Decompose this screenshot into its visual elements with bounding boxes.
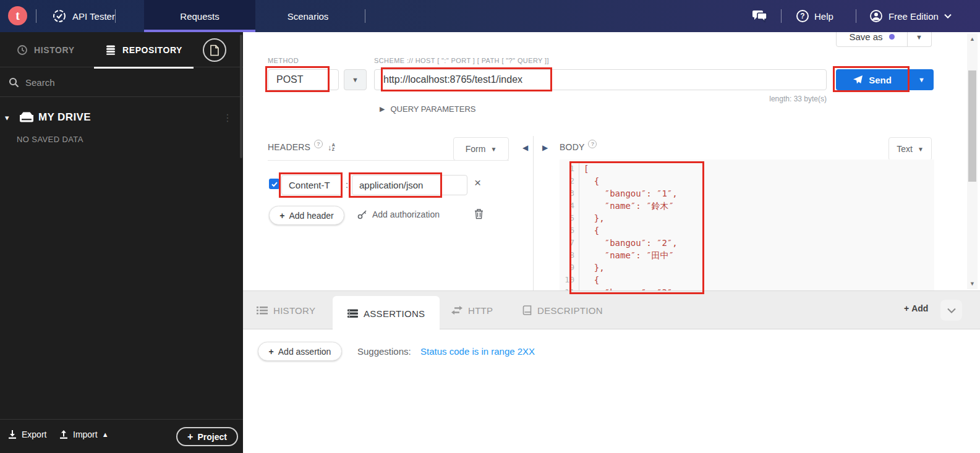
upload-icon xyxy=(59,430,69,439)
no-saved-data-label: NO SAVED DATA xyxy=(17,135,83,144)
chevron-down-icon xyxy=(944,14,952,19)
talend-logo[interactable]: t xyxy=(8,6,27,25)
app-name-label: API Tester xyxy=(72,11,115,22)
code-text: ″bangou″: ″3″ xyxy=(579,286,672,290)
headers-mode-select[interactable]: Form ▼ xyxy=(453,137,509,161)
save-as-label: Save as xyxy=(849,32,882,42)
import-button[interactable]: Import ▲ xyxy=(59,430,109,439)
tab-scenarios[interactable]: Scenarios xyxy=(279,0,336,32)
key-icon xyxy=(357,210,367,219)
header-value-input[interactable] xyxy=(352,175,467,195)
suggestions-label: Suggestions: xyxy=(357,346,411,357)
query-parameters-label: QUERY PARAMETERS xyxy=(390,104,475,114)
download-icon xyxy=(7,430,17,439)
unsaved-dot-icon xyxy=(889,34,895,40)
body-help-icon[interactable]: ? xyxy=(588,140,597,148)
sort-az-icon[interactable]: ↓AZ xyxy=(328,143,335,152)
add-project-button[interactable]: + Project xyxy=(176,427,238,446)
code-line: 2 { xyxy=(560,175,934,187)
new-document-button[interactable] xyxy=(203,38,226,62)
code-text: }, xyxy=(579,261,605,274)
code-line: 5 }, xyxy=(560,212,934,224)
query-parameters-toggle[interactable]: ▶ QUERY PARAMETERS xyxy=(380,104,475,114)
code-text: ″bangou″: ″2″, xyxy=(579,237,678,249)
line-number: 9 xyxy=(560,261,579,274)
send-label: Send xyxy=(869,75,892,85)
method-value: POST xyxy=(276,74,304,85)
add-authorization-button[interactable]: Add authorization xyxy=(357,210,440,219)
add-panel-button[interactable]: + Add xyxy=(904,303,928,313)
save-as-dropdown-button[interactable]: ▼ xyxy=(907,32,932,47)
scroll-up-icon[interactable]: ▲ xyxy=(967,36,978,42)
body-mode-select[interactable]: Text ▼ xyxy=(888,137,932,161)
suggestion-link[interactable]: Status code is in range 2XX xyxy=(420,346,535,357)
triangle-right-icon: ▶ xyxy=(380,105,385,113)
import-label: Import xyxy=(73,430,98,439)
caret-up-icon: ▲ xyxy=(102,431,109,438)
nav-divider xyxy=(36,9,36,23)
remove-header-icon[interactable]: × xyxy=(474,177,481,188)
caret-down-icon[interactable]: ▾ xyxy=(5,113,9,122)
tab-description-label: DESCRIPTION xyxy=(537,305,603,316)
send-button[interactable]: Send xyxy=(836,69,908,90)
sidebar-tab-repository[interactable]: REPOSITORY xyxy=(105,32,182,67)
send-dropdown-button[interactable]: ▼ xyxy=(910,69,934,90)
scroll-down-icon[interactable]: ▼ xyxy=(967,281,978,287)
code-text: { xyxy=(579,175,599,187)
sidebar-search-row xyxy=(0,68,243,97)
export-button[interactable]: Export xyxy=(7,430,46,439)
collapse-headers-icon[interactable]: ◀ xyxy=(522,143,528,152)
tab-scenarios-label: Scenarios xyxy=(288,11,329,22)
tab-description[interactable]: DESCRIPTION xyxy=(522,291,603,329)
scrollbar-thumb[interactable] xyxy=(968,70,976,182)
expand-body-icon[interactable]: ▶ xyxy=(542,143,548,152)
body-code-editor[interactable]: 1[ 2 { 3 ″bangou″: ″1″, 4 ″name″: ″鈴木″ 5… xyxy=(560,159,934,290)
tab-http[interactable]: HTTP xyxy=(451,291,493,329)
code-line: 9 }, xyxy=(560,261,934,274)
trash-icon[interactable] xyxy=(474,208,484,219)
collapse-panel-button[interactable] xyxy=(940,300,962,321)
feedback-chat-button[interactable] xyxy=(752,0,768,32)
nav-divider xyxy=(781,9,782,23)
header-enabled-checkbox[interactable] xyxy=(269,179,279,189)
kebab-menu-icon[interactable]: ⋮ xyxy=(223,112,232,124)
main-scrollbar[interactable]: ▲ ▼ xyxy=(967,33,978,289)
code-line: 8 ″name″: ″田中″ xyxy=(560,249,934,261)
headers-help-icon[interactable]: ? xyxy=(314,140,323,148)
add-assertion-button[interactable]: + Add assertion xyxy=(258,342,342,361)
sidebar-tab-repository-label: REPOSITORY xyxy=(122,45,182,55)
tab-assertions[interactable]: ASSERTIONS xyxy=(333,296,440,331)
tab-requests-label: Requests xyxy=(180,11,219,22)
url-input[interactable] xyxy=(374,69,827,90)
header-name-input[interactable] xyxy=(281,175,342,195)
tab-history-bottom[interactable]: HISTORY xyxy=(257,291,315,329)
tab-requests[interactable]: Requests xyxy=(144,0,255,32)
account-menu[interactable]: Free Edition xyxy=(869,0,952,32)
search-input[interactable] xyxy=(25,77,211,88)
nav-divider xyxy=(856,9,856,23)
top-navbar: t API Tester Requests Scenarios xyxy=(0,0,980,32)
clock-icon xyxy=(17,44,28,56)
headers-divider xyxy=(268,160,509,161)
headers-section-title: HEADERS ? ↓AZ xyxy=(268,142,335,152)
method-dropdown-button[interactable]: ▼ xyxy=(344,69,367,90)
add-header-button[interactable]: + Add header xyxy=(269,206,344,225)
add-assertion-label: Add assertion xyxy=(278,347,331,357)
code-text: }, xyxy=(579,212,605,224)
code-text: [ xyxy=(579,163,589,175)
arrows-exchange-icon xyxy=(451,306,462,315)
tab-assertions-label: ASSERTIONS xyxy=(364,308,425,319)
edition-label: Free Edition xyxy=(888,11,939,22)
sidebar-tab-history[interactable]: HISTORY xyxy=(17,32,75,67)
sidebar-scrollbar[interactable] xyxy=(240,35,242,158)
search-icon xyxy=(9,77,19,88)
code-line: 4 ″name″: ″鈴木″ xyxy=(560,200,934,212)
logo-letter: t xyxy=(15,9,20,23)
code-line: 10 { xyxy=(560,274,934,286)
help-button[interactable]: ? Help xyxy=(796,0,833,32)
save-as-button[interactable]: Save as xyxy=(836,32,908,47)
method-select[interactable]: POST xyxy=(268,69,339,90)
my-drive-row[interactable]: ▾ MY DRIVE ⋮ xyxy=(0,105,243,130)
bottom-tabbar: HISTORY ASSERTIONS HTTP xyxy=(243,291,980,329)
add-panel-label: Add xyxy=(911,303,928,313)
